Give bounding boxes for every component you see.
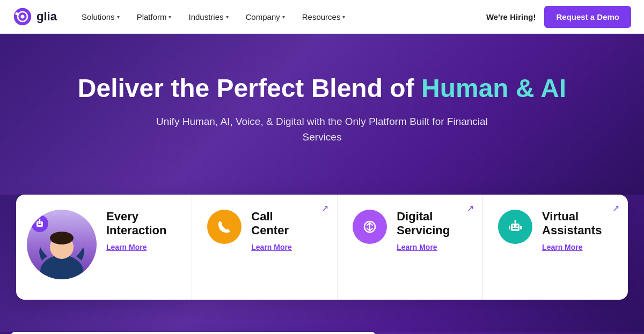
robot-badge [31,215,48,232]
card-every-interaction-learn-more[interactable]: Learn More [106,243,147,251]
cookie-banner: Glia uses cookies and similar technologi… [11,332,376,334]
svg-point-12 [39,219,41,221]
logo-text: glia [36,10,57,24]
card-every-interaction-title: EveryInteraction [106,210,179,238]
card-call-center-title: CallCenter [251,210,324,238]
navbar: glia Solutions ▾ Platform ▾ Industries ▾… [0,0,644,34]
svg-rect-21 [509,226,510,229]
chevron-down-icon: ▾ [282,14,285,20]
hero-section: Deliver the Perfect Blend of Human & AI … [0,34,644,195]
svg-point-6 [50,232,74,244]
svg-rect-15 [511,224,519,231]
svg-rect-17 [516,225,518,227]
chevron-down-icon: ▾ [226,14,229,20]
svg-point-3 [16,12,18,15]
cookie-section: Glia uses cookies and similar technologi… [0,332,644,334]
card-digital-servicing-title: DigitalServicing [397,210,470,238]
card-call-center-learn-more[interactable]: Learn More [251,243,291,251]
hero-title-highlight: Human & AI [421,74,566,102]
cards-wrapper: EveryInteraction Learn More ↗ CallCenter… [0,195,644,332]
nav-item-resources[interactable]: Resources ▾ [295,8,353,26]
svg-point-2 [20,14,24,18]
svg-rect-18 [513,228,518,229]
svg-rect-22 [520,226,522,229]
nav-item-company[interactable]: Company ▾ [238,8,292,26]
nav-item-industries[interactable]: Industries ▾ [181,8,236,26]
cards-container: EveryInteraction Learn More ↗ CallCenter… [16,195,628,300]
svg-rect-10 [38,224,41,225]
svg-rect-16 [513,225,514,227]
request-demo-button[interactable]: Request a Demo [544,6,631,28]
svg-point-20 [514,220,516,222]
nav-company-label: Company [246,12,280,21]
hero-subtitle: Unify Human, AI, Voice, & Digital with t… [140,114,504,145]
card-digital-servicing-learn-more[interactable]: Learn More [397,243,437,251]
svg-rect-9 [40,222,41,224]
nav-right: We're Hiring! Request a Demo [486,6,631,28]
card-virtual-assistants: ↗ VirtualAssistants Learn More [483,195,628,300]
hero-title-start: Deliver the Perfect Blend of [78,74,421,102]
nav-item-platform[interactable]: Platform ▾ [129,8,179,26]
svg-rect-8 [38,222,39,224]
card-virtual-assistants-learn-more[interactable]: Learn More [542,243,582,251]
every-interaction-image [27,210,102,285]
hero-title: Deliver the Perfect Blend of Human & AI [78,73,566,104]
card-every-interaction-content: EveryInteraction Learn More [106,210,179,252]
card-virtual-assistants-content: VirtualAssistants Learn More [542,210,615,252]
hiring-link[interactable]: We're Hiring! [486,12,536,21]
virtual-assistants-icon [498,210,532,244]
chevron-down-icon: ▾ [169,14,171,20]
call-center-icon [207,210,241,244]
robot-assistant-icon [506,218,524,236]
digital-servicing-icon [353,210,387,244]
nav-resources-label: Resources [302,12,341,21]
chevron-down-icon: ▾ [117,14,120,20]
card-every-interaction: EveryInteraction Learn More [16,195,192,300]
nav-industries-label: Industries [188,12,223,21]
card-call-center: ↗ CallCenter Learn More [192,195,338,300]
glia-logo-icon [13,7,32,26]
digital-service-icon [361,218,379,236]
external-link-icon: ↗ [612,203,619,213]
robot-icon [34,218,45,229]
chevron-down-icon: ▾ [342,14,345,20]
nav-solutions-label: Solutions [82,12,115,21]
card-call-center-content: CallCenter Learn More [251,210,324,252]
nav-item-solutions[interactable]: Solutions ▾ [74,8,127,26]
nav-links: Solutions ▾ Platform ▾ Industries ▾ Comp… [74,8,486,26]
phone-icon [215,218,233,236]
external-link-icon: ↗ [321,203,328,213]
card-digital-servicing: ↗ DigitalServicing Learn More [338,195,483,300]
card-virtual-assistants-title: VirtualAssistants [542,210,615,238]
external-link-icon: ↗ [467,203,474,213]
logo[interactable]: glia [13,7,57,26]
card-digital-servicing-content: DigitalServicing Learn More [397,210,470,252]
nav-platform-label: Platform [137,12,167,21]
person-circle [27,210,97,279]
